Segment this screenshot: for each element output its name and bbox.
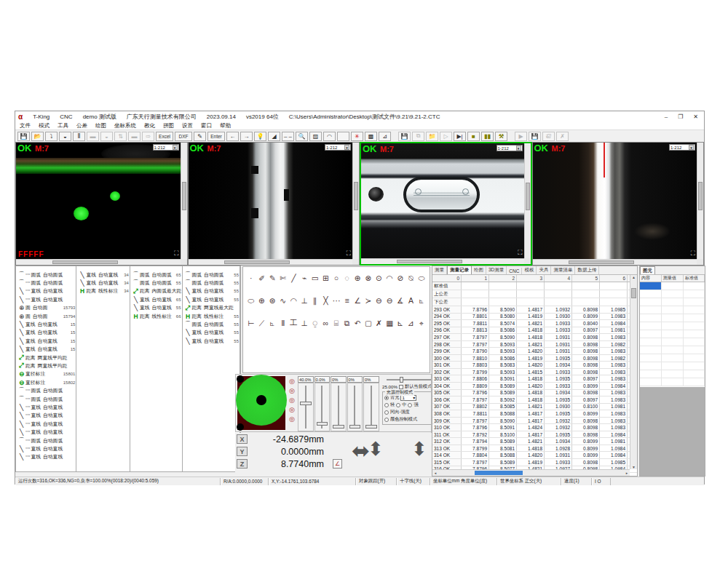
angle-dim-tool[interactable]: ⦜ bbox=[267, 318, 277, 328]
feature-item[interactable]: ⤢距离两直线最大距 bbox=[183, 304, 240, 312]
table-row[interactable]: 303 OK7.88068.50911.48181.09350.80971.09… bbox=[432, 375, 637, 383]
ellipse-tool[interactable]: ⬭ bbox=[416, 273, 427, 283]
depth-tool[interactable]: ⊥ bbox=[299, 318, 309, 328]
element-cell[interactable] bbox=[662, 330, 684, 338]
save-3-button[interactable]: 💾 bbox=[529, 132, 541, 141]
feature-item[interactable]: ⌒圆弧自动圆弧55 bbox=[183, 279, 240, 287]
element-cell[interactable] bbox=[684, 306, 705, 314]
grid-circle-tool[interactable]: ⊕ bbox=[257, 295, 267, 306]
trim-tool[interactable]: ✄ bbox=[278, 273, 288, 283]
calculator-tool[interactable]: ⌸ bbox=[331, 318, 341, 328]
camera-hscroll-thumb[interactable] bbox=[224, 260, 290, 264]
element-cell[interactable] bbox=[640, 314, 662, 322]
text-tool[interactable]: A bbox=[406, 295, 416, 306]
ring-light-preview[interactable] bbox=[237, 376, 285, 430]
feature-item[interactable]: ⌒***圆弧自动圆弧 bbox=[16, 395, 76, 403]
angle-2-tool[interactable]: ∡ bbox=[395, 295, 405, 306]
element-cell[interactable] bbox=[684, 282, 705, 290]
camera-hscroll-thumb[interactable] bbox=[52, 260, 118, 264]
table-row[interactable]: 313 OK7.87998.50811.48181.09280.80991.09… bbox=[432, 445, 637, 453]
chart-button[interactable]: ⊿ bbox=[379, 132, 391, 141]
focus-curve-button[interactable]: ◢ bbox=[268, 132, 280, 141]
circle-tool[interactable]: ○ bbox=[331, 273, 341, 283]
center-rect-tool[interactable]: ⊞ bbox=[320, 273, 331, 283]
tab-0[interactable]: 测量 bbox=[432, 266, 447, 274]
element-row[interactable] bbox=[640, 338, 705, 346]
element-cell[interactable] bbox=[640, 330, 662, 338]
pitch-circle-tool[interactable]: ⊗ bbox=[363, 273, 373, 283]
element-cell[interactable] bbox=[684, 362, 705, 370]
tools-button[interactable]: ⚒ bbox=[495, 132, 507, 141]
element-row[interactable] bbox=[640, 378, 705, 386]
element-row[interactable] bbox=[640, 306, 705, 314]
tab-8[interactable]: 数据上传 bbox=[575, 266, 599, 274]
wave-curve-tool[interactable]: ∿ bbox=[278, 295, 288, 306]
feature-item[interactable]: ⌒***圆弧自动圆弧 bbox=[16, 279, 76, 287]
light-slider-thumb[interactable] bbox=[317, 422, 328, 426]
folder-button[interactable]: 📁 bbox=[426, 132, 438, 141]
feature-item[interactable]: H距离线性标注55 bbox=[183, 312, 240, 320]
edge-tool-button[interactable]: Ⅱ bbox=[73, 132, 85, 141]
feature-item[interactable]: ⌒***圆弧自动圆弧 bbox=[16, 386, 76, 394]
light-ring-icon-4[interactable]: ◎ bbox=[289, 406, 295, 413]
table-row[interactable]: 299 OK7.87908.50931.48201.09310.80981.09… bbox=[432, 348, 637, 355]
camera-panel-1[interactable]: FFFFFOKM:71-212▾⛶ bbox=[15, 142, 188, 266]
camera-corner-icon[interactable]: ⛶ bbox=[518, 249, 522, 257]
element-row[interactable] bbox=[640, 322, 705, 330]
element-cell[interactable] bbox=[640, 370, 662, 378]
menu-item-3[interactable]: 公差 bbox=[76, 122, 87, 129]
datum-3-tool[interactable]: ⊿ bbox=[406, 318, 416, 328]
table-row[interactable]: 298 OK7.87978.50931.48211.09310.80981.09… bbox=[432, 341, 637, 348]
tab-element[interactable]: 图元 bbox=[640, 266, 655, 274]
element-cell[interactable] bbox=[684, 314, 705, 322]
light-slider-thumb[interactable] bbox=[349, 425, 361, 428]
maximize-button[interactable]: ❐ bbox=[678, 113, 683, 120]
camera-vscrollbar[interactable] bbox=[697, 143, 703, 259]
diag-distance-tool[interactable]: ⟋ bbox=[257, 318, 267, 328]
element-cell[interactable] bbox=[640, 306, 662, 314]
feature-item[interactable]: ⌒圆弧自动圆弧65 bbox=[130, 271, 182, 279]
back-button[interactable]: ← bbox=[226, 132, 239, 141]
forward-button[interactable]: → bbox=[240, 132, 253, 141]
element-cell[interactable] bbox=[684, 298, 705, 306]
line-tool[interactable]: ╱ bbox=[289, 273, 299, 283]
menu-item-10[interactable]: 帮助 bbox=[220, 122, 231, 129]
feature-item[interactable]: ╲直线自动直线15 bbox=[16, 320, 76, 328]
export-excel-button[interactable]: Excel bbox=[156, 132, 173, 141]
open-file-button[interactable]: 📂 bbox=[31, 132, 44, 141]
camera-hscroll-thumb[interactable] bbox=[569, 260, 634, 264]
element-cell[interactable] bbox=[684, 370, 705, 378]
camera-hscrollbar[interactable] bbox=[361, 258, 524, 264]
tab-3[interactable]: 3D测量 bbox=[486, 266, 507, 274]
camera-hscrollbar[interactable] bbox=[16, 259, 181, 265]
default-mode-checkbox[interactable] bbox=[399, 385, 403, 389]
parallel-tool[interactable]: ∥ bbox=[310, 295, 320, 306]
feature-item[interactable]: ⌒圆弧自动圆弧55 bbox=[183, 271, 240, 279]
camera-panel-3[interactable]: OKM:71-212▾⛶ bbox=[360, 142, 532, 266]
table-hscrollbar[interactable]: ◂ ▸ bbox=[432, 469, 630, 476]
table-row[interactable]: 304 OK7.88098.50891.48201.09330.80991.09… bbox=[432, 383, 637, 390]
element-row[interactable] bbox=[640, 282, 705, 290]
probe-down-button[interactable]: ◒ bbox=[100, 132, 113, 141]
table-row[interactable]: 302 OK7.87998.50931.48151.09330.80981.09… bbox=[432, 369, 637, 376]
blank-button[interactable] bbox=[337, 132, 349, 141]
element-cell[interactable] bbox=[684, 378, 705, 386]
table-hscroll-thumb[interactable] bbox=[475, 471, 523, 475]
point-tool[interactable]: · bbox=[246, 273, 256, 283]
menu-item-1[interactable]: 模式 bbox=[39, 122, 50, 129]
table-row[interactable]: 308 OK7.88118.50881.48171.09350.80991.09… bbox=[432, 410, 637, 418]
laser-button[interactable]: ✳ bbox=[351, 132, 363, 141]
camera-zoom-dropdown[interactable]: 1-212▾ bbox=[325, 144, 351, 151]
feature-item[interactable]: ╲直线自动直线65 bbox=[130, 295, 182, 303]
tab-6[interactable]: 夹具 bbox=[537, 266, 551, 274]
element-cell[interactable] bbox=[684, 290, 705, 298]
element-row[interactable] bbox=[640, 314, 705, 322]
feature-item[interactable]: ╲***直线自动直线 bbox=[16, 428, 76, 436]
perpendicular-tool[interactable]: ⊥ bbox=[299, 295, 309, 306]
menu-item-2[interactable]: 工具 bbox=[58, 122, 68, 129]
matrix-button[interactable]: ▩ bbox=[365, 132, 377, 141]
feature-item[interactable]: ╲直线自动直线55 bbox=[183, 329, 240, 337]
table-row[interactable]: 301 OK7.88038.50831.48201.09340.80981.09… bbox=[432, 362, 637, 369]
element-cell[interactable] bbox=[640, 282, 662, 290]
stop-button[interactable]: ■ bbox=[467, 132, 480, 141]
